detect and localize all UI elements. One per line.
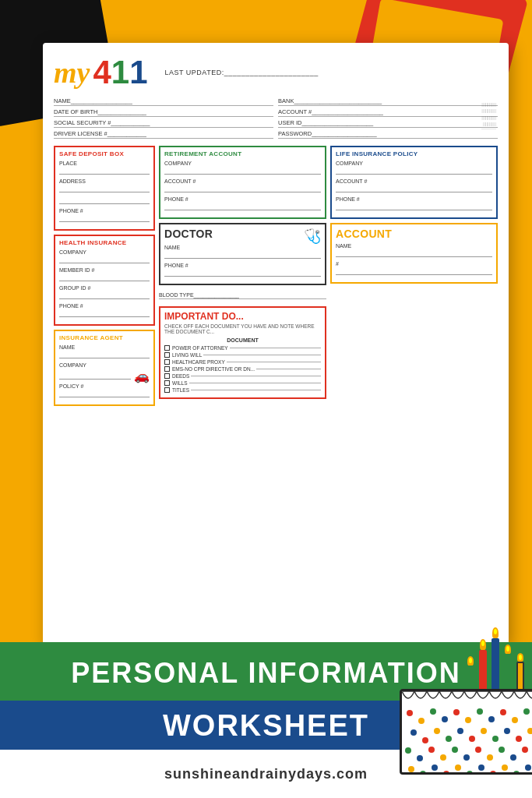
life-insurance-title: LIFE INSURANCE POLICY xyxy=(336,150,492,157)
user-id-field: USER ID______________________ xyxy=(278,119,498,128)
important-docs-subtitle: CHECK OFF EACH DOCUMENT YOU HAVE AND NOT… xyxy=(164,323,321,334)
personal-info-left: NAME___________________ DATE OF BIRTH___… xyxy=(54,97,273,141)
doc-item-0: POWER OF ATTORNEY xyxy=(164,345,321,351)
doctor-box: DOCTOR 🩺 NAME PHONE # xyxy=(159,223,326,285)
ssn-field: SOCIAL SECURITY #____________ xyxy=(54,119,273,128)
health-company-value xyxy=(59,256,150,263)
doc-item-5: WILLS xyxy=(164,380,321,386)
paper-header: my 411 LAST UPDATED:____________________… xyxy=(54,54,498,91)
safe-deposit-title: SAFE DEPOSIT BOX xyxy=(59,150,150,157)
doc-item-4: DEEDS xyxy=(164,373,321,379)
safe-deposit-place-value xyxy=(59,167,150,175)
retirement-company-value xyxy=(164,167,321,175)
health-member-id-value xyxy=(59,274,150,281)
safe-deposit-phone-value xyxy=(59,214,150,222)
retirement-phone-label: PHONE # xyxy=(164,196,321,202)
doc-item-3: EMS-NO CPR DIRECTIVE OR DN... xyxy=(164,366,321,372)
retirement-title: RETIREMENT ACCOUNT xyxy=(164,150,321,157)
411-label: 411 xyxy=(93,54,147,91)
left-column: SAFE DEPOSIT BOX PLACE ADDRESS PHONE # H… xyxy=(54,146,155,406)
account-box: ACCOUNT NAME # xyxy=(330,223,498,284)
website-text: sunshineandrainydays.com xyxy=(164,766,368,782)
life-company-label: COMPANY xyxy=(336,161,492,166)
agent-company-label: COMPANY xyxy=(59,362,150,368)
account-number-value xyxy=(336,267,492,275)
account-number-label: # xyxy=(336,261,492,267)
agent-policy-value xyxy=(59,390,150,397)
blood-type-row: BLOOD TYPE_______________ xyxy=(159,292,326,299)
insurance-agent-box: INSURANCE AGENT NAME COMPANY 🚗 POLICY # xyxy=(54,330,155,406)
health-insurance-title: HEALTH INSURANCE xyxy=(59,239,150,246)
stamp-decoration: ||||||||||||||||||||||||||||||||||||||||… xyxy=(481,101,496,129)
doc-item-6: TITLES xyxy=(164,387,321,393)
agent-company-value xyxy=(59,372,131,380)
worksheet-paper: my 411 LAST UPDATED:____________________… xyxy=(43,43,509,646)
doc-item-1: LIVING WILL xyxy=(164,352,321,358)
safe-deposit-place-label: PLACE xyxy=(59,161,150,166)
health-phone-value xyxy=(59,309,150,317)
agent-name-value xyxy=(59,351,150,358)
account-field: ACCOUNT #______________________ xyxy=(278,108,498,117)
doctor-title: DOCTOR xyxy=(164,228,213,240)
agent-policy-label: POLICY # xyxy=(59,383,150,389)
life-account-label: ACCOUNT # xyxy=(336,178,492,184)
retirement-phone-value xyxy=(164,203,321,210)
retirement-account-value xyxy=(164,185,321,192)
checkbox-6[interactable] xyxy=(164,387,170,393)
name-field: NAME___________________ xyxy=(54,97,273,106)
checkbox-1[interactable] xyxy=(164,352,170,358)
safe-deposit-address-label: ADDRESS xyxy=(59,178,150,184)
account-name-value xyxy=(336,249,492,257)
health-phone-label: PHONE # xyxy=(59,303,150,309)
safe-deposit-phone-label: PHONE # xyxy=(59,208,150,214)
bottom-green-text: PERSONAL INFORMATION xyxy=(71,657,461,690)
last-updated: LAST UPDATED:______________________ xyxy=(165,69,319,76)
bottom-blue-bar: WORKSHEET xyxy=(0,701,532,751)
life-phone-label: PHONE # xyxy=(336,196,492,202)
life-insurance-box: LIFE INSURANCE POLICY COMPANY ACCOUNT # … xyxy=(330,146,498,219)
retirement-account-label: ACCOUNT # xyxy=(164,178,321,184)
doctor-name-value xyxy=(164,251,321,259)
right-column: LIFE INSURANCE POLICY COMPANY ACCOUNT # … xyxy=(330,146,498,406)
health-member-id-label: MEMBER ID # xyxy=(59,267,150,273)
retirement-company-label: COMPANY xyxy=(164,161,321,166)
important-docs-title: IMPORTANT DO... xyxy=(164,311,321,322)
insurance-agent-title: INSURANCE AGENT xyxy=(59,334,150,341)
life-account-value xyxy=(336,185,492,192)
checkbox-3[interactable] xyxy=(164,366,170,372)
doctor-phone-label: PHONE # xyxy=(164,263,321,268)
doc-item-2: HEALTHCARE PROXY xyxy=(164,359,321,365)
safe-deposit-box: SAFE DEPOSIT BOX PLACE ADDRESS PHONE # xyxy=(54,146,155,231)
personal-info-right: BANK___________________________ ACCOUNT … xyxy=(278,97,498,141)
my-label: my xyxy=(54,55,90,90)
dob-field: DATE OF BIRTH_______________ xyxy=(54,108,273,117)
bottom-green-bar: PERSONAL INFORMATION xyxy=(0,642,532,704)
retirement-box: RETIREMENT ACCOUNT COMPANY ACCOUNT # PHO… xyxy=(159,146,326,219)
health-group-id-label: GROUP ID # xyxy=(59,285,150,291)
bottom-white-bar: sunshineandrainydays.com xyxy=(0,750,532,798)
life-company-value xyxy=(336,167,492,175)
health-group-id-value xyxy=(59,291,150,299)
document-col-header: DOCUMENT xyxy=(164,337,321,343)
checkbox-4[interactable] xyxy=(164,373,170,379)
account-title: ACCOUNT xyxy=(336,228,492,240)
checkbox-2[interactable] xyxy=(164,359,170,365)
agent-name-label: NAME xyxy=(59,344,150,350)
doctor-header: DOCTOR 🩺 xyxy=(164,228,321,245)
health-insurance-box: HEALTH INSURANCE COMPANY MEMBER ID # GRO… xyxy=(54,235,155,326)
bank-field: BANK___________________________ xyxy=(278,97,498,106)
password-field: PASSWORD____________________ xyxy=(278,130,498,139)
personal-info-row: NAME___________________ DATE OF BIRTH___… xyxy=(54,97,498,141)
important-docs-box: IMPORTANT DO... CHECK OFF EACH DOCUMENT … xyxy=(159,306,326,399)
checkbox-0[interactable] xyxy=(164,345,170,351)
health-company-label: COMPANY xyxy=(59,249,150,255)
stethoscope-icon: 🩺 xyxy=(304,228,321,245)
car-icon: 🚗 xyxy=(134,369,150,383)
safe-deposit-address-line2 xyxy=(59,196,150,204)
bottom-blue-text: WORKSHEET xyxy=(163,709,369,743)
life-phone-value xyxy=(336,203,492,210)
checkbox-5[interactable] xyxy=(164,380,170,386)
doctor-name-label: NAME xyxy=(164,245,321,250)
drivers-license-field: DRIVER LICENSE #____________ xyxy=(54,130,273,139)
doctor-phone-value xyxy=(164,269,321,277)
